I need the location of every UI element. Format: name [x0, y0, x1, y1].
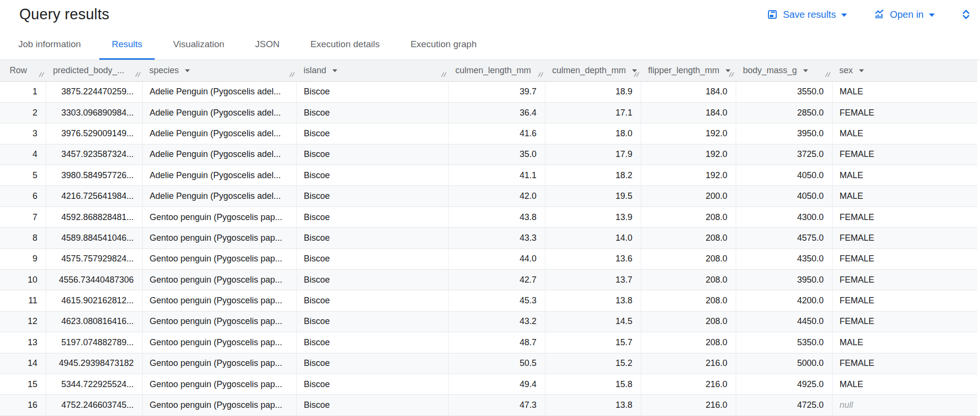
column-resize-handle-icon[interactable] — [289, 70, 295, 80]
cell-culmen_length_mm: 39.7 — [448, 81, 545, 102]
cell-sex: MALE — [832, 332, 977, 353]
cell-predicted_body: 5344.722925524... — [46, 374, 142, 394]
cell-body_mass_g: 5000.0 — [736, 353, 832, 374]
tab-job-information[interactable]: Job information — [6, 29, 93, 60]
cell-body_mass_g: 4200.0 — [736, 290, 832, 311]
column-header-sex[interactable]: sex — [832, 60, 977, 81]
column-header-island[interactable]: island — [296, 60, 448, 81]
cell-predicted_body: 3457.923587324... — [46, 144, 142, 165]
column-header-predicted_body[interactable]: predicted_body_... — [46, 60, 142, 81]
cell-sex: FEMALE — [832, 290, 977, 311]
column-menu-caret-icon — [332, 69, 337, 72]
column-label: sex — [839, 65, 853, 75]
cell-culmen_depth_mm: 13.7 — [545, 270, 641, 290]
cell-island: Biscoe — [296, 186, 448, 207]
cell-predicted_body: 4945.29398473182 — [46, 353, 142, 374]
column-header-flipper_length_mm[interactable]: flipper_length_mm — [641, 60, 736, 81]
column-label: flipper_length_mm — [648, 65, 719, 75]
table-row: 155344.722925524...Gentoo penguin (Pygos… — [0, 374, 977, 394]
titlebar-actions: Save results Open in — [764, 7, 972, 22]
table-row: 74592.868828481...Gentoo penguin (Pygosc… — [0, 207, 977, 227]
cell-culmen_length_mm: 48.7 — [448, 332, 545, 353]
cell-flipper_length_mm: 208.0 — [641, 228, 736, 248]
cell-island: Biscoe — [296, 270, 448, 290]
table-row: 33976.529009149...Adelie Penguin (Pygosc… — [0, 123, 977, 144]
cell-row: 6 — [0, 186, 46, 207]
column-label: predicted_body_... — [53, 65, 124, 75]
cell-flipper_length_mm: 208.0 — [641, 332, 736, 353]
cell-predicted_body: 3980.584957726... — [46, 165, 142, 186]
cell-culmen_depth_mm: 18.2 — [545, 165, 641, 186]
table-row: 23303.096890984...Adelie Penguin (Pygosc… — [0, 102, 977, 123]
results-table: Rowpredicted_body_...speciesislandculmen… — [0, 60, 977, 416]
null-value: null — [840, 400, 853, 410]
cell-species: Gentoo penguin (Pygoscelis pap... — [142, 353, 296, 374]
column-resize-handle-icon[interactable] — [441, 70, 447, 80]
unfold-more-icon — [961, 8, 971, 21]
column-header-culmen_length_mm[interactable]: culmen_length_mm — [448, 60, 545, 81]
table-row: 144945.29398473182Gentoo penguin (Pygosc… — [0, 353, 977, 374]
cell-body_mass_g: 3950.0 — [736, 123, 832, 144]
cell-species: Gentoo penguin (Pygoscelis pap... — [142, 332, 296, 353]
cell-body_mass_g: 4450.0 — [736, 311, 832, 332]
column-menu-caret-icon — [803, 69, 808, 72]
cell-predicted_body: 3976.529009149... — [46, 123, 142, 144]
results-table-container: Rowpredicted_body_...speciesislandculmen… — [0, 60, 980, 416]
column-label: island — [304, 65, 326, 75]
save-results-button[interactable]: Save results — [764, 7, 850, 22]
tab-results[interactable]: Results — [99, 29, 155, 60]
cell-row: 10 — [0, 270, 46, 290]
tab-visualization[interactable]: Visualization — [160, 29, 237, 60]
cell-culmen_depth_mm: 17.9 — [545, 144, 641, 165]
column-resize-handle-icon[interactable] — [634, 70, 640, 80]
cell-row: 16 — [0, 395, 46, 416]
cell-flipper_length_mm: 216.0 — [641, 395, 736, 416]
cell-predicted_body: 4216.725641984... — [46, 186, 142, 207]
cell-predicted_body: 4589.884541046... — [46, 228, 142, 248]
page-title: Query results — [19, 6, 109, 23]
column-resize-handle-icon[interactable] — [728, 70, 735, 80]
cell-flipper_length_mm: 216.0 — [641, 374, 736, 394]
cell-island: Biscoe — [296, 332, 448, 353]
cell-species: Gentoo penguin (Pygoscelis pap... — [142, 228, 296, 248]
column-header-body_mass_g[interactable]: body_mass_g — [736, 60, 832, 81]
cell-row: 1 — [0, 81, 46, 102]
column-label: Row — [10, 65, 27, 75]
cell-sex: MALE — [832, 186, 977, 207]
cell-row: 2 — [0, 102, 46, 123]
cell-sex: FEMALE — [832, 228, 977, 248]
tab-execution-graph[interactable]: Execution graph — [398, 29, 489, 60]
expand-collapse-panel-button[interactable] — [960, 7, 972, 22]
cell-culmen_length_mm: 41.1 — [448, 165, 545, 186]
cell-sex: FEMALE — [832, 353, 977, 374]
tab-execution-details[interactable]: Execution details — [298, 29, 392, 60]
cell-species: Gentoo penguin (Pygoscelis pap... — [142, 374, 296, 394]
cell-culmen_depth_mm: 19.5 — [545, 186, 641, 207]
column-header-species[interactable]: species — [142, 60, 296, 81]
column-label: culmen_depth_mm — [552, 65, 626, 75]
column-resize-handle-icon[interactable] — [825, 70, 831, 80]
column-header-row[interactable]: Row — [0, 60, 46, 81]
cell-sex: MALE — [832, 165, 977, 186]
table-row: 114615.902162812...Gentoo penguin (Pygos… — [0, 290, 977, 311]
cell-island: Biscoe — [296, 353, 448, 374]
cell-species: Gentoo penguin (Pygoscelis pap... — [142, 395, 296, 416]
table-row: 164752.246603745...Gentoo penguin (Pygos… — [0, 395, 977, 416]
cell-flipper_length_mm: 192.0 — [641, 144, 736, 165]
column-resize-handle-icon[interactable] — [39, 70, 45, 80]
cell-species: Adelie Penguin (Pygoscelis adel... — [142, 81, 296, 102]
cell-culmen_length_mm: 35.0 — [448, 144, 545, 165]
column-resize-handle-icon[interactable] — [538, 70, 544, 80]
cell-culmen_depth_mm: 18.9 — [545, 81, 641, 102]
cell-island: Biscoe — [296, 102, 448, 123]
tab-json[interactable]: JSON — [243, 29, 292, 60]
open-in-button[interactable]: Open in — [871, 7, 938, 22]
cell-body_mass_g: 3950.0 — [736, 270, 832, 290]
tab-bar: Job informationResultsVisualizationJSONE… — [0, 29, 980, 60]
cell-culmen_length_mm: 49.4 — [448, 374, 545, 394]
cell-culmen_depth_mm: 13.9 — [545, 207, 641, 227]
cell-row: 14 — [0, 353, 46, 374]
column-resize-handle-icon[interactable] — [135, 70, 141, 80]
column-header-culmen_depth_mm[interactable]: culmen_depth_mm — [545, 60, 641, 81]
cell-culmen_depth_mm: 18.0 — [545, 123, 641, 144]
